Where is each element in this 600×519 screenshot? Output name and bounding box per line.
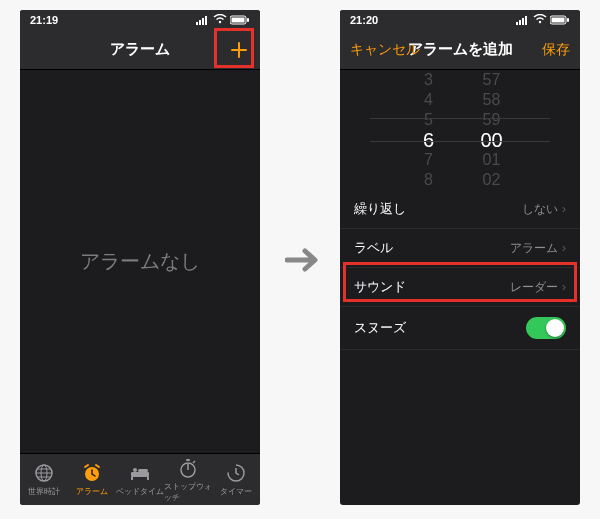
wifi-icon xyxy=(533,14,547,26)
label-row[interactable]: ラベル アラーム › xyxy=(340,229,580,268)
svg-rect-2 xyxy=(202,18,204,25)
svg-rect-3 xyxy=(205,16,207,25)
save-button[interactable]: 保存 xyxy=(532,30,580,69)
bed-icon xyxy=(129,462,151,484)
svg-rect-21 xyxy=(522,18,524,25)
svg-rect-7 xyxy=(247,18,249,22)
status-bar: 21:19 xyxy=(20,10,260,30)
svg-rect-0 xyxy=(196,22,198,25)
svg-rect-20 xyxy=(519,20,521,25)
wifi-icon xyxy=(213,14,227,26)
svg-rect-11 xyxy=(131,472,149,477)
svg-rect-22 xyxy=(525,16,527,25)
status-bar: 21:20 xyxy=(340,10,580,30)
row-value: アラーム › xyxy=(510,240,566,257)
status-time: 21:19 xyxy=(30,14,58,26)
signal-icon xyxy=(196,15,210,25)
tab-label: 世界時計 xyxy=(28,486,60,497)
signal-icon xyxy=(516,15,530,25)
cancel-button[interactable]: キャンセル xyxy=(340,30,430,69)
row-label: ラベル xyxy=(354,239,393,257)
tab-alarm[interactable]: アラーム xyxy=(68,454,116,505)
alarm-settings-list: 繰り返し しない › ラベル アラーム › サウンド レーダー › xyxy=(340,190,580,350)
snooze-row: スヌーズ xyxy=(340,307,580,350)
row-label: スヌーズ xyxy=(354,319,406,337)
tab-label: ベッドタイム xyxy=(116,486,164,497)
row-value: しない › xyxy=(522,201,566,218)
status-indicators xyxy=(516,14,570,26)
snooze-toggle[interactable] xyxy=(526,317,566,339)
svg-rect-17 xyxy=(186,459,190,461)
empty-alarm-message: アラームなし xyxy=(80,248,200,275)
tab-label: タイマー xyxy=(220,486,252,497)
plus-icon xyxy=(228,39,250,61)
chevron-right-icon: › xyxy=(562,241,566,255)
stopwatch-icon xyxy=(177,457,199,479)
globe-icon xyxy=(33,462,55,484)
svg-rect-19 xyxy=(516,22,518,25)
svg-point-14 xyxy=(133,468,137,472)
chevron-right-icon: › xyxy=(562,202,566,216)
svg-point-4 xyxy=(219,21,221,23)
tab-stopwatch[interactable]: ストップウォッチ xyxy=(164,454,212,505)
tab-timer[interactable]: タイマー xyxy=(212,454,260,505)
svg-rect-6 xyxy=(232,18,245,23)
nav-title: アラーム xyxy=(110,40,170,59)
svg-rect-26 xyxy=(567,18,569,22)
tab-label: ストップウォッチ xyxy=(164,481,212,503)
status-indicators xyxy=(196,14,250,26)
svg-point-23 xyxy=(539,21,541,23)
status-time: 21:20 xyxy=(350,14,378,26)
add-alarm-body: 3 4 5 6 7 8 57 58 59 00 01 02 繰り返し しない xyxy=(340,70,580,505)
phone-alarm-list: 21:19 アラーム アラームなし 世界時計 xyxy=(20,10,260,505)
nav-bar: アラーム xyxy=(20,30,260,70)
nav-bar: キャンセル アラームを追加 保存 xyxy=(340,30,580,70)
row-label: サウンド xyxy=(354,278,406,296)
repeat-row[interactable]: 繰り返し しない › xyxy=(340,190,580,229)
tab-bedtime[interactable]: ベッドタイム xyxy=(116,454,164,505)
timer-icon xyxy=(225,462,247,484)
battery-icon xyxy=(230,15,250,25)
minute-picker[interactable]: 57 58 59 00 01 02 xyxy=(460,70,515,190)
alarm-icon xyxy=(81,462,103,484)
row-label: 繰り返し xyxy=(354,200,406,218)
add-alarm-button[interactable] xyxy=(218,30,260,69)
alarm-list-body: アラームなし xyxy=(20,70,260,453)
hour-picker[interactable]: 3 4 5 6 7 8 xyxy=(405,70,460,190)
chevron-right-icon: › xyxy=(562,280,566,294)
row-value: レーダー › xyxy=(510,279,566,296)
tab-bar: 世界時計 アラーム ベッドタイム ストップウォッチ タイマー xyxy=(20,453,260,505)
tab-label: アラーム xyxy=(76,486,108,497)
svg-rect-25 xyxy=(552,18,565,23)
svg-rect-15 xyxy=(138,469,148,472)
sound-row[interactable]: サウンド レーダー › xyxy=(340,268,580,307)
svg-rect-1 xyxy=(199,20,201,25)
tab-world-clock[interactable]: 世界時計 xyxy=(20,454,68,505)
time-picker[interactable]: 3 4 5 6 7 8 57 58 59 00 01 02 xyxy=(340,70,580,190)
battery-icon xyxy=(550,15,570,25)
arrow-icon xyxy=(285,248,319,276)
phone-add-alarm: 21:20 キャンセル アラームを追加 保存 3 4 5 6 7 8 xyxy=(340,10,580,505)
svg-rect-13 xyxy=(147,477,149,480)
svg-rect-12 xyxy=(131,477,133,480)
